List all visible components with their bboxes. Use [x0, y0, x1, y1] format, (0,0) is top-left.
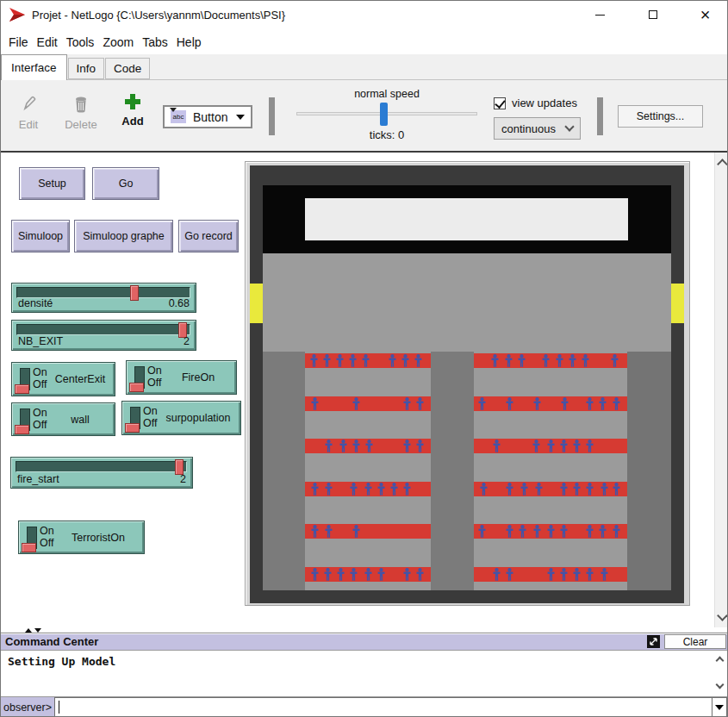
- menu-edit[interactable]: Edit: [33, 29, 62, 54]
- switch-knob[interactable]: [22, 543, 36, 552]
- add-button[interactable]: Add: [114, 93, 152, 128]
- switch-knob[interactable]: [15, 384, 29, 394]
- command-input[interactable]: [54, 697, 712, 717]
- person-icon: [416, 397, 424, 410]
- densite-slider[interactable]: densité 0.68: [11, 283, 196, 313]
- person-icon: [547, 440, 555, 452]
- menu-help[interactable]: Help: [172, 29, 206, 54]
- menu-zoom[interactable]: Zoom: [98, 29, 138, 54]
- slider-name: NB_EXIT: [18, 335, 63, 347]
- switch-knob[interactable]: [125, 423, 140, 433]
- view-updates-checkbox[interactable]: [494, 97, 506, 109]
- slider-name: fire_start: [17, 473, 59, 485]
- person-icon: [339, 440, 347, 452]
- person-icon: [362, 354, 370, 367]
- person-icon: [560, 440, 568, 452]
- slider-value: 2: [180, 473, 186, 485]
- trash-icon: [73, 96, 89, 114]
- simuloop-graphe-button[interactable]: Simuloop graphe: [74, 220, 173, 253]
- seat-row: [305, 353, 431, 368]
- fireon-switch[interactable]: OnOff FireOn: [126, 360, 237, 395]
- centerexit-switch[interactable]: OnOff CenterExit: [11, 362, 115, 396]
- person-icon: [533, 525, 541, 538]
- pencil-icon: [21, 96, 36, 114]
- observer-prompt[interactable]: observer>: [1, 697, 54, 717]
- setup-button[interactable]: Setup: [19, 167, 85, 200]
- settings-button[interactable]: Settings...: [618, 105, 703, 128]
- person-icon: [519, 525, 526, 538]
- command-center-title: Command Center: [5, 635, 98, 648]
- command-center-splitter[interactable]: [1, 627, 727, 633]
- go-record-button[interactable]: Go record: [178, 220, 239, 253]
- text-caret: [59, 701, 59, 714]
- person-icon: [569, 354, 576, 367]
- interface-canvas: Setup Go Simuloop Simuloop graphe Go rec…: [1, 153, 728, 627]
- edit-button[interactable]: Edit: [9, 96, 47, 131]
- splitter-up-icon: [25, 628, 32, 633]
- surpopulation-switch[interactable]: OnOff surpopulation: [121, 401, 241, 435]
- person-icon: [414, 354, 422, 367]
- person-icon: [377, 483, 385, 496]
- fire-start-slider[interactable]: fire_start 2: [10, 457, 193, 489]
- delete-button[interactable]: Delete: [58, 96, 104, 131]
- terroriston-switch[interactable]: OnOff TerroristOn: [18, 521, 145, 554]
- tab-info[interactable]: Info: [68, 58, 105, 79]
- person-icon: [506, 483, 513, 496]
- minimize-button[interactable]: [580, 1, 620, 28]
- menu-bar: File Edit Tools Zoom Tabs Help: [1, 29, 727, 54]
- tab-interface[interactable]: Interface: [1, 54, 67, 80]
- person-icon: [325, 440, 333, 452]
- switch-knob[interactable]: [15, 425, 29, 434]
- slider-value: 0.68: [169, 297, 190, 309]
- tab-bar: Interface Info Code: [1, 54, 727, 80]
- maximize-button[interactable]: [632, 1, 673, 28]
- menu-file[interactable]: File: [4, 29, 33, 54]
- splitter-down-icon: [34, 628, 41, 633]
- person-icon: [535, 483, 543, 496]
- speed-slider-thumb[interactable]: [380, 103, 388, 126]
- update-mode-select[interactable]: continuous: [494, 117, 581, 140]
- walkway-right: [627, 352, 671, 590]
- person-icon: [416, 440, 424, 452]
- vertical-scrollbar[interactable]: [714, 153, 728, 627]
- clear-button[interactable]: Clear: [664, 634, 726, 649]
- person-icon: [491, 354, 499, 367]
- person-icon: [582, 354, 589, 367]
- slider-track: [16, 324, 190, 335]
- scroll-up-icon[interactable]: [717, 159, 728, 170]
- switch-knob[interactable]: [129, 383, 144, 392]
- menu-tabs[interactable]: Tabs: [138, 29, 172, 54]
- title-bar: Projet - NetLogo {C:\Users\yannm\Documen…: [1, 1, 727, 29]
- command-center-header: Command Center Clear: [1, 634, 727, 650]
- window-title: Projet - NetLogo {C:\Users\yannm\Documen…: [32, 1, 285, 29]
- nb-exit-slider[interactable]: NB_EXIT 2: [11, 320, 196, 351]
- person-icon: [600, 483, 608, 496]
- history-dropdown-button[interactable]: [712, 697, 727, 717]
- person-icon: [478, 397, 486, 410]
- output-scroll-up-icon[interactable]: [716, 657, 725, 665]
- person-icon: [389, 354, 396, 367]
- person-icon: [416, 568, 424, 581]
- person-icon: [586, 440, 594, 452]
- person-icon: [364, 568, 372, 581]
- detach-icon[interactable]: [647, 635, 660, 648]
- person-icon: [613, 483, 620, 496]
- tab-code[interactable]: Code: [105, 58, 150, 79]
- person-icon: [599, 525, 607, 538]
- person-icon: [561, 397, 569, 410]
- go-button[interactable]: Go: [92, 167, 159, 200]
- person-icon: [403, 568, 411, 581]
- seat-row: [305, 567, 431, 582]
- screen-area: [305, 198, 628, 240]
- widget-type-dropdown[interactable]: abc Button: [163, 105, 252, 128]
- person-icon: [337, 568, 345, 581]
- menu-tools[interactable]: Tools: [62, 29, 99, 54]
- wall-switch[interactable]: OnOff wall: [11, 402, 115, 436]
- close-button[interactable]: ×: [685, 1, 725, 28]
- output-scroll-down-icon[interactable]: [716, 681, 725, 689]
- scroll-down-icon[interactable]: [717, 610, 728, 621]
- simuloop-button[interactable]: Simuloop: [11, 220, 70, 253]
- speed-slider-label: normal speed: [296, 88, 477, 100]
- person-icon: [324, 568, 332, 581]
- speed-slider[interactable]: [296, 112, 477, 115]
